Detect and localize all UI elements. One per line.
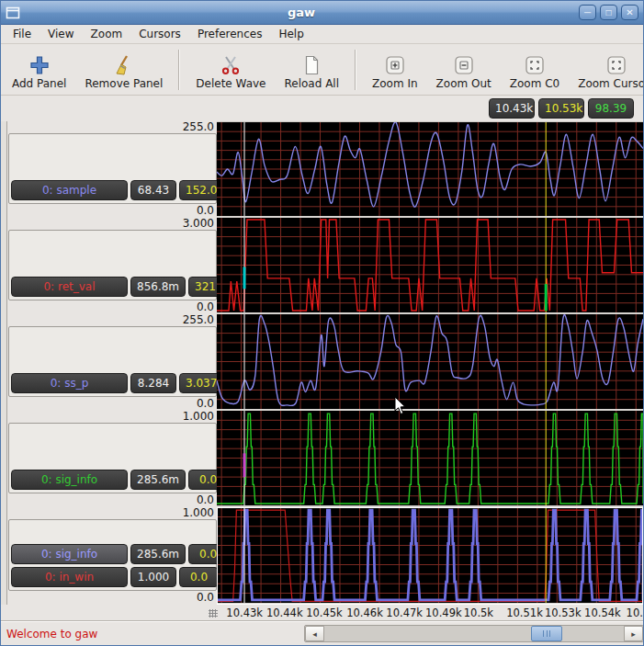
- cursor1-value-button[interactable]: 285.6m: [130, 470, 186, 490]
- horizontal-scrollbar[interactable]: ◂ ▸: [304, 625, 644, 642]
- waveform-plot[interactable]: [217, 314, 643, 411]
- signal-row: 0: sig_info 285.6m 0.0: [11, 544, 214, 564]
- x-axis: 10.43k10.44k10.45k10.46k10.47k10.49k10.5…: [1, 605, 643, 621]
- panel-label-frame: 0: sample 68.43 152.0: [8, 133, 217, 204]
- y-min-label: 0.0: [197, 494, 214, 506]
- panel-grip[interactable]: [1, 218, 7, 314]
- page-icon: [300, 52, 322, 77]
- scrollbar-thumb[interactable]: [531, 626, 562, 641]
- toolbar-separator: [178, 50, 180, 90]
- minimize-button[interactable]: ─: [579, 5, 596, 20]
- signal-name-button[interactable]: 0: sig_info: [11, 470, 128, 490]
- panels-area: 255.0 0: sample 68.43 152.0 0.0 3.000 0:…: [1, 121, 643, 605]
- zoom-out-button[interactable]: Zoom Out: [427, 48, 501, 92]
- signal-row: 0: ret_val 856.8m 321.0m: [11, 277, 214, 297]
- signal-name-button[interactable]: 0: in_win: [11, 567, 128, 587]
- reload-all-button[interactable]: Reload All: [276, 48, 349, 92]
- statusbar: Welcome to gaw ◂ ▸: [1, 621, 643, 646]
- panel-label-frame: 0: sig_info 285.6m 0.0: [8, 423, 217, 493]
- menu-cursors[interactable]: Cursors: [130, 26, 189, 42]
- scroll-left-button[interactable]: ◂: [305, 626, 324, 641]
- toolbar-separator: [355, 50, 356, 90]
- y-min-label: 0.0: [197, 205, 214, 217]
- signal-name-button[interactable]: 0: sig_info: [11, 544, 128, 564]
- y-max-label: 255.0: [183, 314, 214, 326]
- cursor1-value-button[interactable]: 285.6m: [130, 544, 186, 564]
- signal-row: 0: ss_p 8.284 3.037: [11, 373, 214, 393]
- close-button[interactable]: ✕: [621, 5, 638, 20]
- waveform-panel: 255.0 0: sample 68.43 152.0 0.0: [1, 121, 643, 218]
- pane-resize-grip[interactable]: [209, 609, 218, 618]
- cursor1-value-button[interactable]: 856.8m: [130, 277, 186, 297]
- menu-view[interactable]: View: [40, 26, 82, 42]
- y-min-label: 0.0: [197, 301, 214, 313]
- menubar: File View Zoom Cursors Preferences Help: [1, 25, 643, 44]
- x-axis-tick: 10.51k: [506, 606, 543, 619]
- zoom-c0-icon: [524, 52, 546, 77]
- menu-preferences[interactable]: Preferences: [189, 26, 271, 42]
- zoom-in-button[interactable]: Zoom In: [363, 48, 427, 92]
- grid-lines: [217, 122, 643, 216]
- zoom-cursors-button[interactable]: Zoom Cursors: [569, 48, 644, 92]
- x-axis-tick: 10.5k: [464, 606, 493, 619]
- y-max-label: 3.000: [183, 218, 214, 230]
- remove-panel-button[interactable]: Remove Panel: [75, 48, 172, 92]
- titlebar[interactable]: gaw ─ □ ✕: [1, 1, 643, 25]
- window-title: gaw: [24, 6, 579, 19]
- waveform-plot[interactable]: [217, 218, 643, 314]
- panel-label-frame: 0: sig_info 285.6m 0.0 0: in_win 1.000 0…: [8, 519, 217, 591]
- menu-help[interactable]: Help: [270, 26, 311, 42]
- add-panel-button[interactable]: Add Panel: [3, 48, 75, 92]
- window-icon: [6, 6, 20, 19]
- signal-name-button[interactable]: 0: ss_p: [11, 373, 128, 393]
- toolbar: Add Panel Remove Panel Delete Wave: [1, 44, 643, 96]
- x-axis-tick: 10.49k: [425, 606, 462, 619]
- zoom-out-icon: [453, 52, 475, 77]
- panel-grip[interactable]: [1, 121, 7, 218]
- maximize-button[interactable]: □: [600, 5, 617, 20]
- x-axis-tick: 10.47k: [386, 606, 423, 619]
- signal-row: 0: sig_info 285.6m 0.0: [11, 470, 214, 490]
- cursor1-position-button[interactable]: 10.43k: [489, 98, 535, 119]
- panel-label-frame: 0: ss_p 8.284 3.037: [8, 326, 217, 397]
- gaw-window: gaw ─ □ ✕ File View Zoom Cursors Prefere…: [0, 0, 644, 646]
- y-min-label: 0.0: [197, 398, 214, 410]
- grid-lines: [217, 507, 643, 603]
- zoom-c0-button[interactable]: Zoom C0: [501, 48, 569, 92]
- signal-name-button[interactable]: 0: ret_val: [11, 277, 128, 297]
- cursor1-value-button[interactable]: 1.000: [130, 567, 176, 587]
- menu-file[interactable]: File: [5, 26, 40, 42]
- x-axis-tick: 10.45k: [306, 606, 343, 619]
- y-max-label: 1.000: [183, 507, 214, 519]
- broom-icon: [113, 52, 135, 77]
- waveform-plot[interactable]: [217, 507, 643, 605]
- waveform-panel: 3.000 0: ret_val 856.8m 321.0m 0.0: [1, 218, 643, 314]
- panel-grip[interactable]: [1, 507, 7, 605]
- waveform-plot[interactable]: [217, 411, 643, 507]
- cursor-delta-button[interactable]: 98.39: [588, 98, 634, 119]
- signal-row: 0: sample 68.43 152.0: [11, 180, 214, 200]
- panel-grip[interactable]: [1, 314, 7, 411]
- grid-lines: [217, 314, 643, 409]
- signal-name-button[interactable]: 0: sample: [11, 180, 128, 200]
- y-max-label: 255.0: [183, 121, 214, 133]
- delete-wave-button[interactable]: Delete Wave: [186, 48, 275, 92]
- waveform-plot[interactable]: [217, 121, 643, 218]
- cursor-readout-row: 10.43k 10.53k 98.39: [1, 96, 643, 121]
- add-panel-icon: [28, 52, 51, 77]
- panel-grip[interactable]: [1, 411, 7, 507]
- scroll-right-button[interactable]: ▸: [624, 626, 643, 641]
- x-axis-tick: 10.43k: [226, 606, 263, 619]
- status-message: Welcome to gaw: [6, 628, 97, 640]
- y-max-label: 1.000: [183, 411, 214, 423]
- cursor2-value-button[interactable]: 0.0: [179, 567, 219, 587]
- waveform-panel: 1.000 0: sig_info 285.6m 0.0 0: in_win 1…: [1, 507, 643, 605]
- panel-label-frame: 0: ret_val 856.8m 321.0m: [8, 230, 217, 300]
- waveform-panel: 1.000 0: sig_info 285.6m 0.0 0.0: [1, 411, 643, 507]
- cursor1-value-button[interactable]: 68.43: [130, 180, 176, 200]
- cursor1-value-button[interactable]: 8.284: [130, 373, 176, 393]
- cursor2-position-button[interactable]: 10.53k: [538, 98, 584, 119]
- x-axis-tick: 10.53k: [545, 606, 582, 619]
- waveform-panel: 255.0 0: ss_p 8.284 3.037 0.0: [1, 314, 643, 411]
- menu-zoom[interactable]: Zoom: [83, 26, 131, 42]
